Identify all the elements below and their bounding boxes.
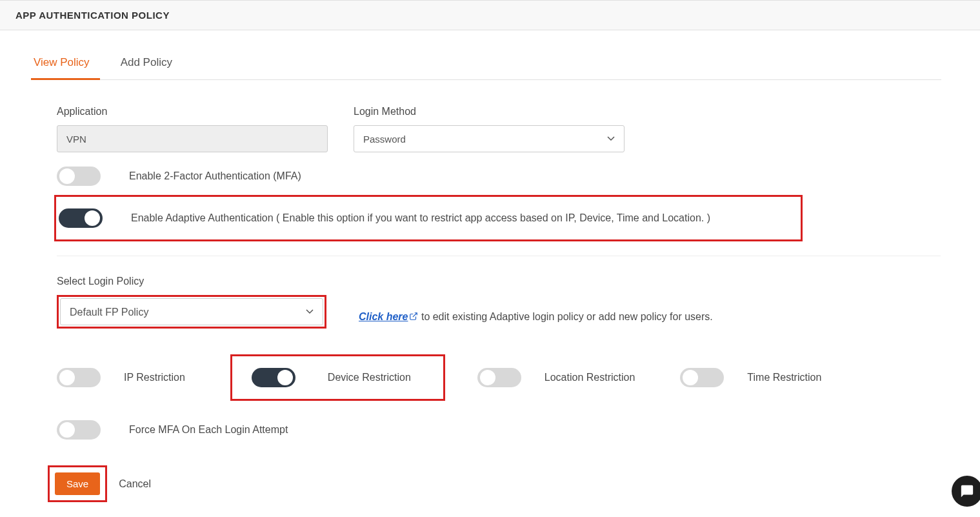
select-login-policy-group: Select Login Policy [57,276,941,295]
adaptive-toggle[interactable] [59,208,103,228]
force-mfa-label: Force MFA On Each Login Attempt [129,424,288,436]
toggle-knob [59,422,75,438]
select-login-row: Default FP Policy Click here to edit exi… [57,295,941,329]
page-title: APP AUTHENTICATION POLICY [15,10,965,21]
adaptive-toggle-row: Enable Adaptive Authentication ( Enable … [59,208,792,228]
form-area: Application Login Method Password Enable… [31,106,941,502]
chat-icon [960,484,974,498]
mfa-toggle-label: Enable 2-Factor Authentication (MFA) [129,170,301,182]
toggle-knob [480,370,495,385]
mfa-toggle[interactable] [57,167,101,186]
toggle-knob [683,370,698,385]
svg-line-0 [413,313,417,317]
force-mfa-toggle[interactable] [57,420,101,440]
action-row: Save Cancel [48,465,941,502]
toggle-knob [85,210,100,226]
location-restriction-label: Location Restriction [545,372,635,383]
ip-restriction-item: IP Restriction [57,368,185,387]
section-divider [57,256,941,256]
content-area: View Policy Add Policy Application Login… [0,30,980,517]
login-policy-select-highlight: Default FP Policy [57,295,326,329]
chat-widget-button[interactable] [952,476,980,507]
edit-policy-hint: Click here to edit existing Adaptive log… [359,311,713,329]
login-method-field-group: Login Method Password [354,106,625,152]
page-header: APP AUTHENTICATION POLICY [0,0,980,30]
location-restriction-item: Location Restriction [477,368,635,387]
toggle-knob [59,370,75,385]
adaptive-toggle-label: Enable Adaptive Authentication ( Enable … [131,212,710,224]
time-restriction-item: Time Restriction [680,368,821,387]
edit-policy-hint-rest: to edit existing Adaptive login policy o… [418,311,712,322]
location-restriction-toggle[interactable] [477,368,521,387]
device-restriction-highlight: Device Restriction [230,354,445,401]
application-label: Application [57,106,328,117]
save-button-highlight: Save [48,465,107,502]
click-here-link[interactable]: Click here [359,311,408,322]
toggle-knob [277,370,293,385]
application-input[interactable] [57,125,328,152]
tab-bar: View Policy Add Policy [31,50,941,80]
external-link-icon [409,312,418,323]
force-mfa-row: Force MFA On Each Login Attempt [57,420,941,440]
device-restriction-label: Device Restriction [328,372,411,383]
toggle-knob [59,168,75,184]
save-button[interactable]: Save [55,472,100,495]
login-method-label: Login Method [354,106,625,117]
application-field-group: Application [57,106,328,152]
tab-add-policy[interactable]: Add Policy [118,50,183,80]
ip-restriction-label: IP Restriction [124,372,185,383]
adaptive-auth-highlight: Enable Adaptive Authentication ( Enable … [54,195,803,241]
time-restriction-label: Time Restriction [747,372,821,383]
login-policy-select[interactable]: Default FP Policy [60,298,323,325]
device-restriction-toggle[interactable] [252,368,295,387]
tab-view-policy[interactable]: View Policy [31,50,100,80]
cancel-button[interactable]: Cancel [119,478,151,490]
ip-restriction-toggle[interactable] [57,368,101,387]
top-fields-row: Application Login Method Password [57,106,941,152]
mfa-toggle-row: Enable 2-Factor Authentication (MFA) [57,167,941,186]
time-restriction-toggle[interactable] [680,368,724,387]
restrictions-row: IP Restriction Device Restriction Locati… [57,354,941,401]
select-login-policy-label: Select Login Policy [57,276,941,287]
login-method-select[interactable]: Password [354,125,625,152]
